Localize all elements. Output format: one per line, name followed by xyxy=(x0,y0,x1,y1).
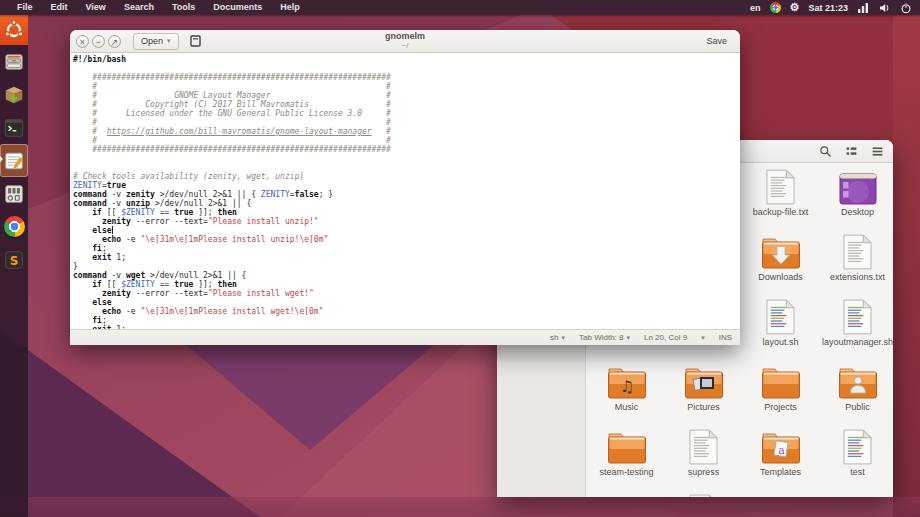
file-item-layoutmanager.sh[interactable]: layoutmanager.sh xyxy=(821,295,893,347)
code-line: # # xyxy=(73,118,740,127)
file-label: Desktop xyxy=(841,207,874,217)
code-line: ########################################… xyxy=(73,145,740,154)
gedit-headerbar: × − ↗ Open ▾ gnomelm ~/ Save xyxy=(70,30,740,53)
launcher-item-chrome[interactable] xyxy=(0,210,28,243)
code-line: else xyxy=(73,298,740,307)
launcher-item-sublime[interactable]: S xyxy=(0,243,28,276)
code-line: command -v wget >/dev/null 2>&1 || { xyxy=(73,271,740,280)
close-icon[interactable]: × xyxy=(76,35,89,48)
menu-tools[interactable]: Tools xyxy=(163,0,204,15)
file-item-Projects[interactable]: Projects xyxy=(744,360,817,412)
new-document-icon[interactable] xyxy=(188,34,204,49)
file-item-layout.sh[interactable]: layout.sh xyxy=(744,295,817,347)
text-icon xyxy=(766,165,795,205)
text-editor-area[interactable]: #!/bin/bash ############################… xyxy=(70,53,740,330)
file-item[interactable] xyxy=(744,490,817,497)
chevron-down-icon: ▾ xyxy=(562,334,566,342)
tab-width-selector[interactable]: Tab Width: 8 ▾ xyxy=(579,333,630,342)
cursor-position[interactable]: Ln 20, Col 9 xyxy=(644,333,687,342)
sublime-icon: S xyxy=(2,248,26,272)
insert-mode-indicator: INS xyxy=(719,333,732,342)
menu-search[interactable]: Search xyxy=(115,0,163,15)
language-selector[interactable]: sh ▾ xyxy=(550,333,565,342)
launcher-item-files[interactable] xyxy=(0,45,28,78)
code-line: fi; xyxy=(73,316,740,325)
search-icon[interactable] xyxy=(817,143,833,159)
file-item-extensions.txt[interactable]: extensions.txt xyxy=(821,230,893,282)
code-line: zenity --error --text="Please install un… xyxy=(73,217,740,226)
network-icon[interactable] xyxy=(857,2,869,13)
code-line: # Check tools availability (zenity, wget… xyxy=(73,172,740,181)
file-item-Music[interactable]: ♫Music xyxy=(590,360,663,412)
file-item-test[interactable]: test xyxy=(821,425,893,477)
chevron-down-icon[interactable]: ▾ xyxy=(701,334,705,342)
file-item-backup-file.txt[interactable]: backup-file.txt xyxy=(744,165,817,217)
folder-pictures-icon xyxy=(683,360,725,400)
file-item-Templates[interactable]: aTemplates xyxy=(744,425,817,477)
launcher-item-terminal[interactable] xyxy=(0,111,28,144)
code-line: ########################################… xyxy=(73,73,740,82)
code-line: echo -e "\e[31m\e[1mPlease install wget!… xyxy=(73,307,740,316)
file-item-Public[interactable]: Public xyxy=(821,360,893,412)
code-line: # https://github.com/bill-mavromatis/gno… xyxy=(73,127,740,136)
code-line: ZENITY=true xyxy=(73,181,740,190)
code-line: # Licensed under the GNU General Public … xyxy=(73,109,740,118)
restore-icon[interactable]: ↗ xyxy=(108,35,121,48)
menu-view[interactable]: View xyxy=(77,0,115,15)
file-item-supress[interactable]: supress xyxy=(667,425,740,477)
code-line: command -v zenity >/dev/null 2>&1 || { Z… xyxy=(73,190,740,199)
keyboard-indicator[interactable]: en xyxy=(750,3,761,13)
file-label: layout.sh xyxy=(762,337,798,347)
gedit-window: × − ↗ Open ▾ gnomelm ~/ Save #!/bin/bash… xyxy=(70,30,740,345)
chevron-down-icon: ▾ xyxy=(626,334,630,342)
list-view-icon[interactable] xyxy=(869,143,885,159)
gedit-icon xyxy=(2,149,26,173)
clock[interactable]: Sat 21:23 xyxy=(808,3,848,13)
session-gear-icon[interactable]: ⚙ xyxy=(790,2,800,13)
code-line: echo -e "\e[31m\e[1mPlease install unzip… xyxy=(73,235,740,244)
file-item-Desktop[interactable]: Desktop xyxy=(821,165,893,217)
code-line: # GNOME Layout Manager # xyxy=(73,91,740,100)
wallpaper-layer xyxy=(0,497,920,517)
open-button[interactable]: Open ▾ xyxy=(133,33,179,50)
power-icon[interactable] xyxy=(900,2,912,14)
tweaks-icon xyxy=(2,182,26,206)
launcher-item-software[interactable] xyxy=(0,78,28,111)
file-item[interactable] xyxy=(667,490,740,497)
language-label: sh xyxy=(550,333,558,342)
menu-documents[interactable]: Documents xyxy=(204,0,271,15)
top-panel: FileEditViewSearchToolsDocumentsHelp en … xyxy=(0,0,920,15)
grid-view-icon[interactable] xyxy=(843,143,859,159)
save-button[interactable]: Save xyxy=(699,33,734,50)
code-line: else xyxy=(73,226,740,235)
launcher-item-tweaks[interactable] xyxy=(0,177,28,210)
volume-icon[interactable] xyxy=(878,2,891,14)
launcher-item-ubuntu-logo[interactable] xyxy=(0,15,28,45)
text-icon xyxy=(689,490,718,497)
file-item[interactable] xyxy=(821,490,893,497)
menu-help[interactable]: Help xyxy=(271,0,309,15)
menubar: FileEditViewSearchToolsDocumentsHelp xyxy=(0,0,309,15)
file-label: Pictures xyxy=(687,402,720,412)
file-item[interactable] xyxy=(590,490,663,497)
menu-edit[interactable]: Edit xyxy=(42,0,77,15)
code-line xyxy=(73,163,740,172)
folder-icon xyxy=(760,360,802,400)
chrome-icon[interactable] xyxy=(770,2,781,13)
minimize-icon[interactable]: − xyxy=(92,35,105,48)
code-line: exit 1; xyxy=(73,253,740,262)
file-item-Pictures[interactable]: Pictures xyxy=(667,360,740,412)
menu-file[interactable]: File xyxy=(8,0,42,15)
software-icon xyxy=(2,83,26,107)
file-item-steam-testing[interactable]: steam-testing xyxy=(590,425,663,477)
launcher-item-gedit[interactable] xyxy=(0,144,28,177)
wallpaper-layer xyxy=(893,0,920,517)
file-label: layoutmanager.sh xyxy=(822,337,893,347)
file-label: test xyxy=(850,467,865,477)
file-item-Downloads[interactable]: Downloads xyxy=(744,230,817,282)
script-icon xyxy=(843,425,872,465)
text-icon xyxy=(689,425,718,465)
code-line: if [[ $ZENITY == true ]]; then xyxy=(73,280,740,289)
open-button-label: Open xyxy=(141,36,163,46)
file-label: steam-testing xyxy=(599,467,653,477)
